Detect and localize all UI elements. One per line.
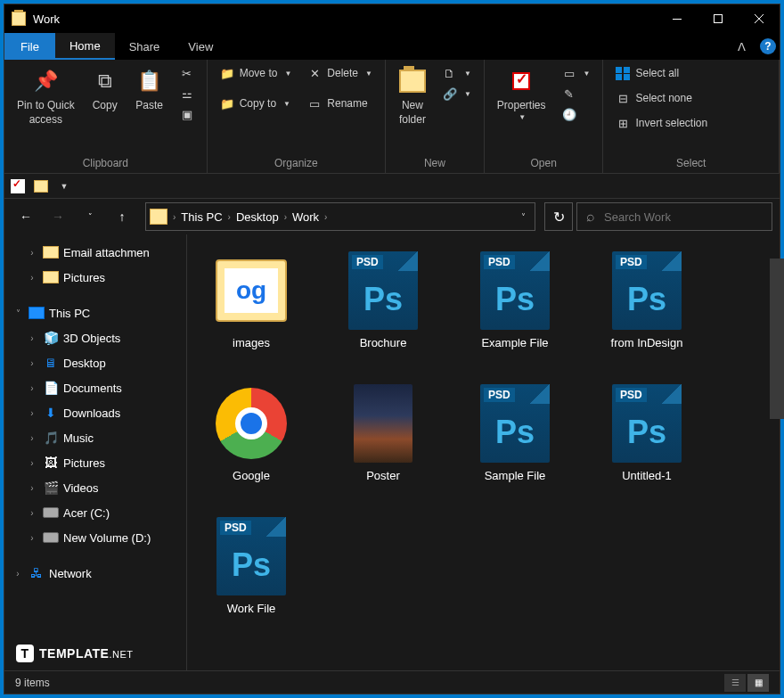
sidebar-item-acer[interactable]: ›Acer (C:) <box>4 500 186 525</box>
qat-customize-button[interactable]: ▼ <box>54 177 74 196</box>
history-button[interactable]: 🕘 <box>557 104 596 124</box>
menubar: File Home Share View ᐱ ? <box>4 33 780 60</box>
file-label: Google <box>233 469 270 484</box>
file-item[interactable]: PSDPsUntitled-1 <box>593 378 700 489</box>
icons-view-button[interactable]: ▦ <box>747 674 769 692</box>
menu-home[interactable]: Home <box>55 33 115 60</box>
poster-icon <box>343 383 423 464</box>
copy-button[interactable]: ⧉Copy <box>86 63 125 117</box>
back-button[interactable]: ← <box>12 202 40 231</box>
sidebar-item-music[interactable]: ›🎵Music <box>4 425 186 450</box>
invert-selection-button[interactable]: ⊞Invert selection <box>610 113 713 133</box>
ribbon-collapse-button[interactable]: ᐱ <box>731 37 753 57</box>
file-item[interactable]: PSDPsBrochure <box>330 245 437 357</box>
recent-locations-button[interactable]: ˅ <box>76 202 104 231</box>
help-button[interactable]: ? <box>760 38 776 54</box>
sidebar-item-email[interactable]: ›Email attachmen <box>4 240 186 265</box>
sidebar-item-desktop[interactable]: ›🖥Desktop <box>4 350 186 375</box>
open-button[interactable]: ▭▼ <box>557 63 596 83</box>
delete-button[interactable]: ✕Delete▼ <box>302 63 378 83</box>
svg-rect-1 <box>715 15 723 23</box>
sidebar-scrollbar[interactable] <box>770 259 780 419</box>
sidebar-item-pictures[interactable]: ›Pictures <box>4 265 186 290</box>
path-icon: ⚍ <box>180 86 194 101</box>
file-list[interactable]: ogimagesPSDPsBrochurePSDPsExample FilePS… <box>187 234 780 670</box>
ribbon: 📌Pin to Quick access ⧉Copy 📋Paste ✂ ⚍ ▣ … <box>4 60 780 174</box>
sidebar-item-thispc[interactable]: ˅This PC <box>4 300 186 325</box>
psd-icon: PSDPs <box>607 250 687 331</box>
paste-icon: 📋 <box>135 67 164 95</box>
file-item[interactable]: ogimages <box>198 245 305 357</box>
qat-newfolder-button[interactable] <box>31 177 51 196</box>
select-group-label: Select <box>610 155 772 171</box>
file-item[interactable]: Poster <box>330 378 437 489</box>
breadcrumb-dropdown-button[interactable]: ˅ <box>521 212 526 222</box>
search-icon: ⌕ <box>586 209 595 225</box>
file-item[interactable]: PSDPsExample File <box>461 245 568 357</box>
open-group-label: Open <box>492 155 596 171</box>
file-item[interactable]: PSDPsfrom InDesign <box>593 245 700 357</box>
paste-button[interactable]: 📋Paste <box>130 63 169 117</box>
menu-view[interactable]: View <box>174 33 227 60</box>
select-all-button[interactable]: Select all <box>610 63 713 83</box>
new-item-button[interactable]: 🗋▼ <box>437 63 477 83</box>
sidebar-item-videos[interactable]: ›🎬Videos <box>4 475 186 500</box>
search-box[interactable]: ⌕ <box>576 202 772 231</box>
sidebar-item-documents[interactable]: ›📄Documents <box>4 375 186 400</box>
invert-icon: ⊞ <box>616 116 630 130</box>
breadcrumb[interactable]: › This PC › Desktop › Work › ˅ <box>145 202 535 231</box>
properties-button[interactable]: Properties▼ <box>492 63 551 126</box>
cut-button[interactable]: ✂ <box>175 63 200 83</box>
file-item[interactable]: Google <box>198 378 305 489</box>
sidebar-item-pictures2[interactable]: ›🖼Pictures <box>4 450 186 475</box>
up-button[interactable]: ↑ <box>108 202 136 231</box>
file-label: images <box>233 336 270 351</box>
folder-icon: og <box>211 250 291 331</box>
copy-to-button[interactable]: 📁Copy to▼ <box>215 94 298 113</box>
sidebar-item-3dobjects[interactable]: ›🧊3D Objects <box>4 325 186 350</box>
navigation-bar: ← → ˅ ↑ › This PC › Desktop › Work › ˅ ↻… <box>4 199 780 234</box>
details-view-button[interactable]: ☰ <box>724 674 746 692</box>
psd-icon: PSDPs <box>475 250 555 331</box>
file-item[interactable]: PSDPsSample File <box>461 378 568 489</box>
organize-group-label: Organize <box>215 155 378 171</box>
status-bar: 9 items ☰ ▦ <box>4 670 780 694</box>
newfolder-icon <box>398 67 427 95</box>
menu-file[interactable]: File <box>4 33 55 60</box>
select-none-button[interactable]: ⊟Select none <box>610 88 713 108</box>
easy-access-button[interactable]: 🔗▼ <box>437 84 477 103</box>
moveto-icon: 📁 <box>220 66 234 80</box>
close-button[interactable] <box>739 4 780 33</box>
search-input[interactable] <box>604 210 763 224</box>
copy-icon: ⧉ <box>91 67 119 95</box>
menu-share[interactable]: Share <box>115 33 175 60</box>
navigation-pane[interactable]: ›Email attachmen ›Pictures ˅This PC ›🧊3D… <box>4 234 187 670</box>
file-item[interactable]: PSDPsWork File <box>198 511 305 622</box>
forward-button[interactable]: → <box>44 202 72 231</box>
new-folder-button[interactable]: New folder <box>393 63 432 130</box>
watermark: T TEMPLATE.NET <box>16 645 133 662</box>
sidebar-item-newvolume[interactable]: ›New Volume (D:) <box>4 525 186 550</box>
breadcrumb-work[interactable]: Work <box>287 210 324 224</box>
delete-icon: ✕ <box>307 66 322 80</box>
selectall-icon <box>616 66 630 80</box>
sidebar-item-network[interactable]: ›🖧Network <box>4 561 186 586</box>
breadcrumb-thispc[interactable]: This PC <box>176 210 227 224</box>
copy-path-button[interactable]: ⚍ <box>175 84 200 103</box>
move-to-button[interactable]: 📁Move to▼ <box>215 63 298 83</box>
minimize-button[interactable] <box>657 4 698 33</box>
edit-button[interactable]: ✎ <box>557 84 596 103</box>
refresh-button[interactable]: ↻ <box>544 202 573 231</box>
rename-button[interactable]: ▭Rename <box>302 94 378 113</box>
breadcrumb-desktop[interactable]: Desktop <box>231 210 284 224</box>
properties-icon <box>507 67 535 95</box>
maximize-button[interactable] <box>698 4 739 33</box>
psd-icon: PSDPs <box>607 383 687 464</box>
paste-shortcut-button[interactable]: ▣ <box>175 104 200 124</box>
qat-properties-button[interactable] <box>8 177 28 196</box>
titlebar[interactable]: Work <box>4 4 780 33</box>
pin-quick-access-button[interactable]: 📌Pin to Quick access <box>12 63 80 130</box>
chevron-right-icon[interactable]: › <box>324 212 327 222</box>
file-label: Work File <box>227 602 276 617</box>
sidebar-item-downloads[interactable]: ›⬇Downloads <box>4 400 186 425</box>
